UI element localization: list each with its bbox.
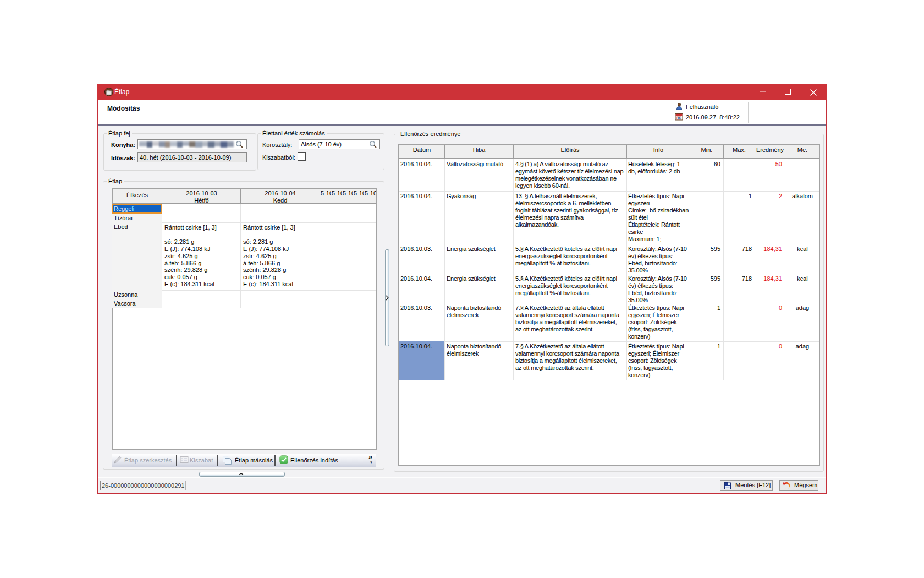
svg-text:10: 10 bbox=[678, 117, 681, 120]
